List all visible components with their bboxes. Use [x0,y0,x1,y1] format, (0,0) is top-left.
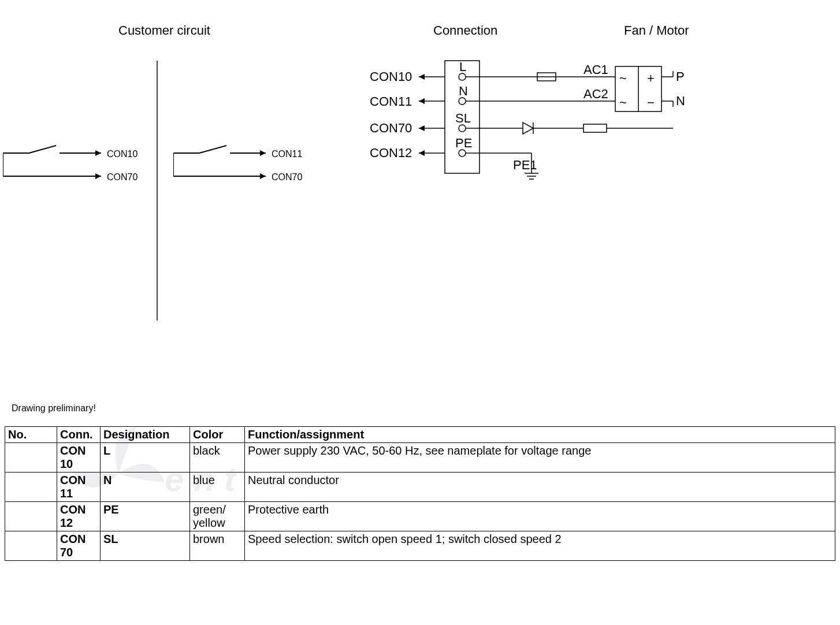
terminal-l: L [459,59,466,74]
separator-line [156,61,158,321]
drawing-preliminary-note: Drawing preliminary! [12,403,96,414]
header-connection: Connection [433,23,497,38]
header-fan-motor: Fan / Motor [624,23,689,38]
switch-right-out2: CON70 [272,172,302,182]
svg-rect-43 [583,124,607,132]
svg-marker-3 [95,150,101,156]
svg-marker-6 [95,173,101,179]
switch-right-out1: CON11 [272,149,302,159]
switch-left-out1: CON10 [107,149,137,159]
th-designation: Designation [101,427,190,443]
terminal-pe: PE [455,136,472,150]
th-no: No. [5,427,57,443]
conn-label-row4: CON12 [370,146,412,160]
th-color: Color [190,427,245,443]
table-row: CON 11 N blue Neutral conductor [5,473,835,502]
n-out-label: N [676,94,685,108]
conn-label-row2: CON11 [370,94,412,109]
table-row: CON 12 PE green/ yellow Protective earth [5,502,835,531]
svg-marker-21 [419,74,425,80]
header-customer-circuit: Customer circuit [118,23,210,38]
conn-label-row1: CON10 [370,69,412,84]
table-row: CON 10 L black Power supply 230 VAC, 50-… [5,443,835,473]
svg-marker-25 [419,125,425,131]
svg-marker-27 [419,150,425,156]
ac1-label: AC1 [583,62,608,77]
svg-point-16 [459,73,466,80]
svg-point-17 [459,98,466,105]
customer-switch-left: CON10 CON70 [3,139,153,185]
svg-marker-14 [260,173,266,179]
th-function: Function/assignment [245,427,835,443]
ac2-label: AC2 [583,87,608,101]
svg-line-1 [29,146,56,153]
svg-marker-23 [419,98,425,104]
terminal-sl: SL [455,111,471,125]
th-conn: Conn. [57,427,101,443]
svg-point-19 [459,150,466,157]
svg-line-9 [199,146,226,153]
svg-point-18 [459,125,466,132]
connection-diagram: L N SL PE CON10 CON11 CON70 CON12 AC1 AC… [370,55,693,188]
connection-table: No. Conn. Designation Color Function/ass… [5,426,835,561]
tilde-2: ~ [619,95,627,110]
terminal-n: N [459,84,468,98]
tilde-1: ~ [619,71,627,85]
conn-label-row3: CON70 [370,121,412,135]
minus-sign: − [647,95,655,110]
pe1-label: PE1 [513,158,537,172]
svg-marker-11 [260,150,266,156]
customer-switch-right: CON11 CON70 [173,139,324,185]
switch-left-out2: CON70 [107,172,137,182]
table-row: CON 70 SL brown Speed selection: switch … [5,531,835,561]
p-label: P [676,69,685,84]
plus-sign: + [647,71,655,85]
svg-marker-40 [523,122,533,134]
